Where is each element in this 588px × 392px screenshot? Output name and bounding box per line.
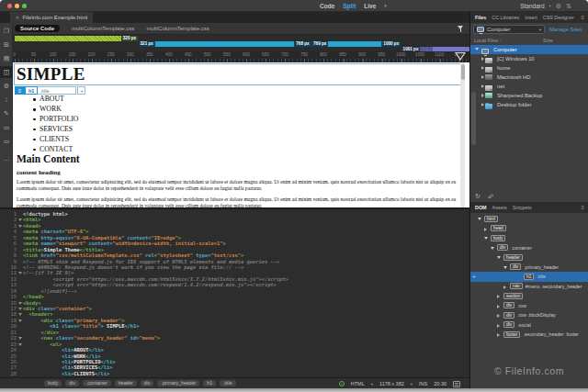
code-view[interactable]: 1<!doctype html>2<html>3<head>4<meta cha… <box>0 207 469 377</box>
dom-tag-pill[interactable]: nav <box>510 283 523 289</box>
dom-tree-item-h1[interactable]: +h1.title <box>470 272 588 282</box>
files-tree-item-net[interactable]: net <box>470 82 588 91</box>
workspace-switcher[interactable]: Standard ▾ ⚙ ⇅ <box>520 0 571 12</box>
dom-tree-item-nav[interactable]: nav#menu .secondary_header <box>470 282 588 292</box>
sync-settings-icon[interactable]: ⚙ <box>556 3 561 10</box>
window-size-label[interactable]: 1178 x 382 <box>379 381 404 386</box>
dom-tree-item-section[interactable]: section <box>470 291 588 301</box>
size-column[interactable]: Size <box>543 38 553 43</box>
live-nav-item[interactable]: PORTFOLIO <box>33 115 78 125</box>
live-page-title[interactable]: SIMPLE <box>17 64 85 84</box>
snippets-icon[interactable]: ⁞ <box>0 94 13 106</box>
dom-tag-pill[interactable]: div <box>503 312 514 319</box>
minimize-window-button[interactable] <box>15 4 19 8</box>
css-designer-icon[interactable]: ⚙ <box>0 80 13 92</box>
manage-sites-link[interactable]: Manage Sites <box>549 27 582 32</box>
dom-tag-pill[interactable]: body <box>491 235 505 241</box>
expand-arrow-icon[interactable] <box>481 103 484 106</box>
local-files-column[interactable]: Local Files ↑ <box>474 38 503 43</box>
panel-tab-insert[interactable]: Insert <box>525 15 537 20</box>
source-code-button[interactable]: Source Code <box>15 25 60 32</box>
dom-tree-item-div[interactable]: div.row <box>470 301 588 311</box>
document-tab[interactable]: × FileInfo.com Example.html <box>10 12 93 23</box>
maximize-window-button[interactable] <box>22 4 27 8</box>
files-tree-item-computer[interactable]: Computer <box>470 45 588 54</box>
panel-scrollbar-thumb[interactable] <box>471 92 476 145</box>
mode-button-live[interactable]: Live <box>364 3 376 9</box>
files-tree-item-desktop-folder[interactable]: Desktop folder <box>470 100 588 109</box>
site-selector-dropdown[interactable]: Computer ▾ <box>473 25 545 34</box>
dom-tree-item-footer[interactable]: footer.secondary_header .footer <box>470 330 588 340</box>
media-query-bar[interactable] <box>15 36 139 41</box>
panel-tab-dom[interactable]: DOM <box>475 205 487 210</box>
expand-arrow-icon[interactable] <box>503 286 506 289</box>
live-nav-item[interactable]: WORK <box>33 105 78 115</box>
tag-selector-item[interactable]: .container <box>83 380 111 386</box>
files-tree-item-sharpened-backup[interactable]: Sharpened Backup <box>470 91 588 100</box>
dom-tag-pill[interactable]: footer <box>503 331 520 338</box>
panel-tab-files[interactable]: Files <box>475 15 486 20</box>
dom-tree-item-div[interactable]: div.social <box>470 320 588 330</box>
viewport-scrubber-handle[interactable] <box>455 52 466 61</box>
dom-tree-item-div[interactable]: div.row .blockDisplay <box>470 310 588 320</box>
window-arrange-icon[interactable]: ⇅ <box>566 3 571 10</box>
live-paragraph[interactable]: Lorem ipsum dolor sit amet, consectetur … <box>17 179 463 192</box>
pen-icon[interactable]: ✎ <box>0 107 13 119</box>
keyboard-icon[interactable] <box>453 381 460 387</box>
more-icon[interactable]: ⋯ <box>0 154 13 166</box>
element-class-input[interactable]: .title <box>38 86 76 95</box>
insert-icon[interactable]: ⊞ <box>0 39 13 50</box>
refresh-icon[interactable]: ↻ <box>475 193 481 200</box>
element-tag-label[interactable]: h1 <box>25 86 38 95</box>
tag-selector-item[interactable]: div <box>141 380 154 386</box>
mode-button-code[interactable]: Code <box>320 3 334 9</box>
dom-tag-pill[interactable]: div <box>510 263 521 270</box>
media-query-bar[interactable] <box>139 41 311 47</box>
code-line[interactable]: 28 <li>CLIENTS</li> <box>0 371 469 376</box>
expand-arrow-icon[interactable] <box>497 305 500 308</box>
expand-arrow-icon[interactable] <box>481 84 484 88</box>
tag-selector-item[interactable]: h1 <box>203 380 216 386</box>
tag-selector-item[interactable]: div <box>65 380 79 386</box>
files-tree-item--c-windows-10[interactable]: [C] Windows 10 <box>470 54 588 63</box>
panel-tab-cc-libraries[interactable]: CC Libraries <box>492 15 519 20</box>
dom-tag-pill[interactable]: html <box>484 216 498 222</box>
live-main-heading[interactable]: Main Content <box>17 153 80 164</box>
mode-button-split[interactable]: Split <box>343 3 356 9</box>
expand-arrow-icon[interactable] <box>481 94 484 97</box>
expand-arrow-icon[interactable] <box>481 66 484 70</box>
files-tree-item-macintosh-hd[interactable]: Macintosh HD <box>470 73 588 82</box>
dom-tree-item-html[interactable]: html <box>470 214 588 224</box>
expand-arrow-icon[interactable] <box>484 228 487 231</box>
code-comment-icon[interactable]: ▭ <box>0 135 13 147</box>
dom-tag-pill[interactable]: head <box>491 225 506 231</box>
live-sub-heading[interactable]: content heading <box>17 169 61 176</box>
expand-arrow-icon[interactable] <box>497 295 500 298</box>
filter-icon[interactable] <box>458 26 464 32</box>
dom-tag-pill[interactable]: h1 <box>524 274 534 280</box>
tag-selector-item[interactable]: .primary_header <box>157 380 199 386</box>
collapse-arrow-icon[interactable] <box>484 237 488 240</box>
expand-arrow-icon[interactable] <box>497 324 500 328</box>
connect-icon[interactable]: ☍ <box>488 193 493 199</box>
collapse-arrow-icon[interactable] <box>497 256 501 259</box>
dom-tree-item-div[interactable]: div.primary_header <box>470 263 588 273</box>
tag-selector-item[interactable]: body <box>44 380 62 386</box>
collapse-arrow-icon[interactable] <box>475 48 479 50</box>
related-file-2[interactable]: multiColumnTemplate.css <box>146 26 209 31</box>
collapse-arrow-icon[interactable] <box>503 266 507 269</box>
open-documents-icon[interactable]: ❐ <box>0 25 13 37</box>
related-file-1[interactable]: multiColumnTemplate.css <box>72 26 134 31</box>
expand-arrow-icon[interactable] <box>481 57 484 61</box>
live-view-scrollbar[interactable] <box>460 62 465 207</box>
dom-tag-pill[interactable]: div <box>497 244 508 251</box>
panel-tab-snippets[interactable]: Snippets <box>513 205 532 210</box>
dom-tag-pill[interactable]: header <box>503 254 523 261</box>
collapse-arrow-icon[interactable] <box>478 218 481 220</box>
dom-tag-pill[interactable]: div <box>503 302 514 308</box>
dom-tag-pill[interactable]: div <box>503 321 514 328</box>
close-tab-icon[interactable]: × <box>16 15 19 20</box>
tag-selector-item[interactable]: header <box>115 380 137 386</box>
expand-arrow-icon[interactable] <box>481 75 484 79</box>
add-element-icon[interactable]: + <box>472 274 476 280</box>
